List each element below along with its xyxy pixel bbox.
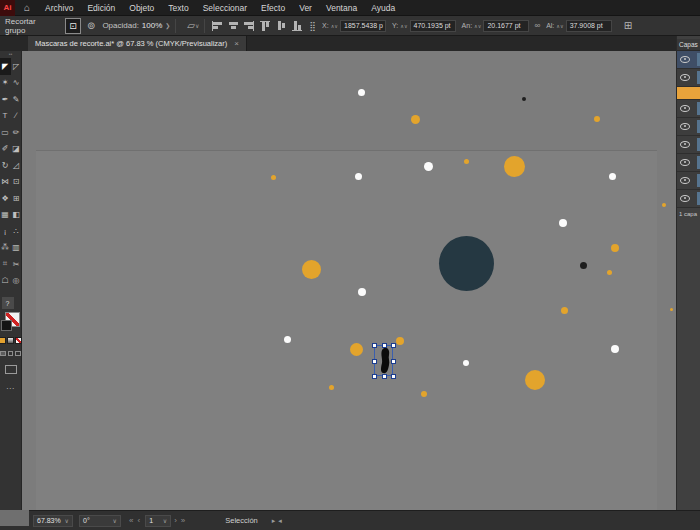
transform-grid-icon[interactable]: ⣿ [309, 21, 316, 31]
layer-row[interactable] [677, 172, 700, 190]
white-dot-shape[interactable] [609, 173, 616, 180]
visibility-eye-icon[interactable] [680, 159, 690, 166]
layer-row[interactable] [677, 154, 700, 172]
menu-item-objeto[interactable]: Objeto [122, 0, 161, 16]
x-field[interactable]: X: ∧∨ 1857.5438 p [322, 20, 386, 32]
selection-handle[interactable] [391, 343, 396, 348]
align-h-right-button[interactable] [244, 21, 254, 31]
white-dot-shape[interactable] [463, 360, 469, 366]
width-field[interactable]: An: ∧∨ 20.1677 pt [462, 20, 530, 32]
visibility-eye-icon[interactable] [680, 123, 690, 130]
visibility-eye-icon[interactable] [680, 56, 690, 63]
yellow-dot-shape[interactable] [662, 203, 666, 207]
yellow-dot-shape[interactable] [611, 244, 619, 252]
rectangle-tool[interactable]: ▭ [0, 124, 11, 141]
status-arrow-left-icon[interactable]: ◂ [278, 517, 282, 525]
selection-bounding-box[interactable] [374, 345, 393, 376]
yellow-dot-shape[interactable] [670, 308, 673, 311]
selection-handle[interactable] [382, 374, 387, 379]
none-button[interactable] [15, 337, 22, 344]
yellow-dot-shape[interactable] [504, 156, 525, 177]
white-dot-shape[interactable] [358, 288, 366, 296]
magic-wand-tool[interactable]: ✶ [0, 75, 11, 92]
align-v-middle-button[interactable] [276, 21, 286, 31]
yellow-dot-shape[interactable] [464, 159, 469, 164]
last-artboard-button[interactable]: » [181, 516, 185, 525]
stepper-icon[interactable]: ∧∨ [331, 24, 338, 28]
white-dot-shape[interactable] [559, 219, 567, 227]
yellow-dot-shape[interactable] [411, 115, 420, 124]
yellow-dot-shape[interactable] [594, 116, 600, 122]
paintbrush-tool[interactable]: ✏ [11, 124, 22, 141]
white-dot-shape[interactable] [424, 162, 433, 171]
next-artboard-button[interactable]: › [174, 516, 177, 525]
y-value[interactable]: 470.1935 pt [410, 20, 456, 32]
opacity-value[interactable]: 100% [142, 21, 162, 30]
align-v-top-button[interactable] [260, 21, 270, 31]
perspective-grid-tool[interactable]: ⊞ [11, 190, 22, 207]
stepper-icon[interactable]: ∧∨ [400, 24, 407, 28]
first-artboard-button[interactable]: « [129, 516, 133, 525]
layer-row-highlighted[interactable] [677, 87, 700, 100]
close-tab-icon[interactable]: × [234, 39, 239, 48]
style-chevron-icon[interactable]: ∨ [195, 22, 199, 29]
height-field[interactable]: Al: ∧∨ 37.9008 pt [546, 20, 612, 32]
status-arrow-right-icon[interactable]: ▸ [272, 517, 276, 525]
selection-handle[interactable] [372, 359, 377, 364]
blend-tool[interactable]: ∴ [11, 223, 22, 240]
shape-builder-tool[interactable]: ❖ [0, 190, 11, 207]
width-value[interactable]: 20.1677 pt [483, 20, 529, 32]
app-logo[interactable]: Ai [0, 0, 15, 16]
selection-tool[interactable]: ◤ [0, 58, 11, 75]
layer-row[interactable] [677, 69, 700, 87]
menu-item-seleccionar[interactable]: Seleccionar [196, 0, 254, 16]
draw-behind-button[interactable] [8, 351, 14, 357]
align-h-left-button[interactable] [212, 21, 222, 31]
yellow-dot-shape[interactable] [561, 307, 568, 314]
target-icon[interactable]: ⊚ [87, 20, 95, 31]
rotate-tool[interactable]: ↻ [0, 157, 11, 174]
line-segment-tool[interactable]: ∕ [11, 108, 22, 125]
fill-swatch[interactable] [1, 320, 12, 331]
pen-tool[interactable]: ✒ [0, 91, 11, 108]
selection-handle[interactable] [372, 343, 377, 348]
yellow-dot-shape[interactable] [329, 385, 334, 390]
curvature-tool[interactable]: ✎ [11, 91, 22, 108]
document-tab[interactable]: Mascaras de recorte.ai* @ 67.83 % (CMYK/… [28, 36, 247, 51]
artboard-number-dropdown[interactable]: 1 ∨ [145, 515, 171, 527]
menu-item-ventana[interactable]: Ventana [319, 0, 364, 16]
width-tool[interactable]: ⋈ [0, 174, 11, 191]
gradient-tool[interactable]: ◧ [11, 207, 22, 224]
zoom-level-dropdown[interactable]: 67.83% ∨ [33, 515, 73, 527]
status-display[interactable]: Selección [225, 516, 258, 525]
y-field[interactable]: Y: ∧∨ 470.1935 pt [392, 20, 456, 32]
large-circle-shape[interactable] [439, 236, 494, 291]
align-v-bottom-button[interactable] [292, 21, 302, 31]
yellow-dot-shape[interactable] [421, 391, 427, 397]
menu-item-texto[interactable]: Texto [161, 0, 195, 16]
x-value[interactable]: 1857.5438 p [340, 20, 386, 32]
white-dot-shape[interactable] [284, 336, 291, 343]
artboard-tool[interactable]: ⌗ [0, 256, 11, 273]
stepper-icon[interactable]: ∧∨ [556, 24, 563, 28]
toolbar-grip[interactable]: •• [9, 52, 13, 57]
height-value[interactable]: 37.9008 pt [566, 20, 612, 32]
symbol-sprayer-tool[interactable]: ⁂ [0, 240, 11, 257]
white-dot-shape[interactable] [358, 89, 365, 96]
menu-item-edicion[interactable]: Edición [80, 0, 122, 16]
scale-tool[interactable]: ◿ [11, 157, 22, 174]
lasso-tool[interactable]: ∿ [11, 75, 22, 92]
dark-dot-shape[interactable] [522, 97, 526, 101]
fill-stroke-swatches[interactable] [1, 312, 20, 331]
home-icon[interactable]: ⌂ [24, 2, 30, 13]
bounding-box-icon[interactable]: ⊡ [65, 18, 81, 34]
artboard-canvas[interactable] [22, 51, 676, 510]
menu-item-ver[interactable]: Ver [292, 0, 319, 16]
free-transform-tool[interactable]: ⊡ [11, 174, 22, 191]
yellow-dot-shape[interactable] [607, 270, 612, 275]
zoom-tool[interactable]: ◎ [11, 273, 22, 290]
draw-inside-button[interactable] [15, 351, 21, 357]
pencil-tool[interactable]: ✐ [0, 141, 11, 158]
yellow-dot-shape[interactable] [271, 175, 276, 180]
rotation-dropdown[interactable]: 0° ∨ [79, 515, 121, 527]
